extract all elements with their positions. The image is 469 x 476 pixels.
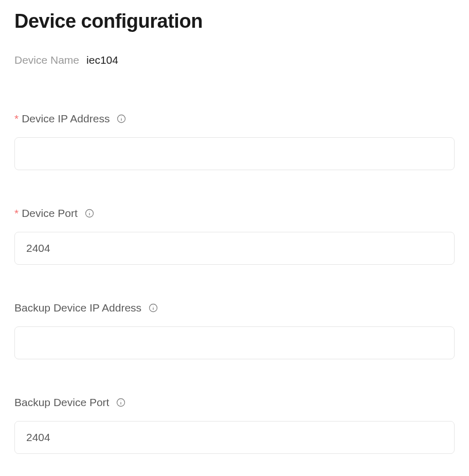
required-asterisk: * — [14, 207, 19, 219]
device-name-label: Device Name — [14, 54, 79, 66]
device-port-label: Device Port — [22, 207, 78, 219]
info-icon[interactable] — [117, 114, 126, 123]
backup-port-label: Backup Device Port — [14, 396, 109, 409]
info-icon[interactable] — [85, 209, 94, 218]
page-title: Device configuration — [14, 10, 455, 32]
backup-ip-label: Backup Device IP Address — [14, 302, 141, 314]
info-icon[interactable] — [116, 398, 125, 407]
device-port-group: * Device Port — [14, 207, 455, 265]
backup-ip-label-row: Backup Device IP Address — [14, 302, 455, 314]
device-name-row: Device Name iec104 — [14, 54, 455, 66]
device-ip-input[interactable] — [14, 137, 455, 170]
device-name-value: iec104 — [86, 54, 118, 66]
device-ip-group: * Device IP Address — [14, 113, 455, 170]
device-ip-label-row: * Device IP Address — [14, 113, 455, 125]
backup-port-label-row: Backup Device Port — [14, 396, 455, 409]
device-port-input[interactable] — [14, 232, 455, 265]
backup-ip-input[interactable] — [14, 326, 455, 359]
backup-ip-group: Backup Device IP Address — [14, 302, 455, 359]
device-port-label-row: * Device Port — [14, 207, 455, 219]
info-icon[interactable] — [149, 303, 158, 313]
required-asterisk: * — [14, 113, 19, 125]
device-ip-label: Device IP Address — [22, 113, 110, 125]
backup-port-input[interactable] — [14, 421, 455, 454]
backup-port-group: Backup Device Port — [14, 396, 455, 454]
